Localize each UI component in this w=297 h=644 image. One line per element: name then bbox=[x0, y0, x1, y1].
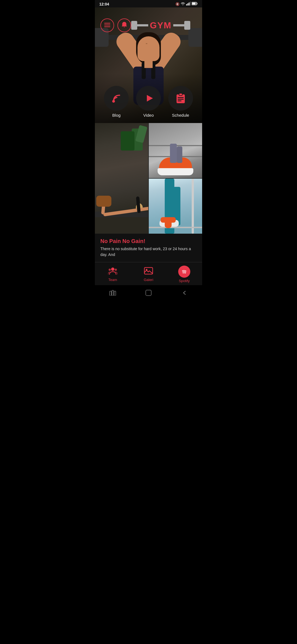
bottom-nav: Team Galeri Spotify bbox=[95, 262, 202, 285]
spotify-icon bbox=[181, 268, 188, 275]
back-button[interactable] bbox=[179, 288, 189, 298]
barbell-right-icon bbox=[173, 21, 190, 30]
svg-rect-12 bbox=[179, 93, 182, 95]
recent-apps-button[interactable] bbox=[108, 288, 118, 298]
svg-rect-25 bbox=[146, 290, 151, 296]
svg-rect-6 bbox=[104, 23, 110, 24]
svg-rect-0 bbox=[186, 4, 187, 6]
svg-rect-2 bbox=[189, 2, 189, 6]
svg-marker-10 bbox=[147, 95, 153, 102]
image-grid bbox=[95, 123, 202, 234]
hero-section: GYM bbox=[95, 7, 202, 123]
svg-rect-14 bbox=[178, 99, 184, 100]
battery-icon bbox=[192, 2, 198, 6]
svg-point-18 bbox=[115, 269, 117, 271]
image-woman-yoga[interactable] bbox=[95, 123, 148, 234]
svg-rect-3 bbox=[190, 2, 191, 6]
svg-rect-15 bbox=[178, 100, 182, 101]
system-nav bbox=[95, 285, 202, 302]
notification-button[interactable] bbox=[117, 18, 131, 32]
quote-title: No Pain No Gain! bbox=[100, 238, 197, 244]
spotify-label: Spotify bbox=[179, 279, 190, 283]
svg-rect-24 bbox=[114, 291, 116, 296]
hamburger-icon bbox=[104, 22, 110, 29]
quote-text: There is no substitute for hard work, 23… bbox=[100, 246, 197, 258]
nav-team[interactable]: Team bbox=[102, 267, 124, 282]
image-shoes-stairs[interactable] bbox=[149, 179, 202, 234]
svg-rect-8 bbox=[104, 26, 110, 27]
status-icons: 🔇 bbox=[175, 2, 198, 6]
mute-icon: 🔇 bbox=[175, 2, 180, 6]
bell-icon bbox=[121, 21, 127, 29]
action-buttons: Blog Video Schedul bbox=[95, 83, 202, 123]
barbell-left-icon bbox=[131, 21, 148, 30]
blog-label: Blog bbox=[112, 113, 120, 118]
menu-button[interactable] bbox=[100, 18, 114, 32]
header-left bbox=[100, 18, 131, 32]
blog-button[interactable]: Blog bbox=[104, 86, 129, 118]
team-label: Team bbox=[108, 278, 117, 282]
quote-section: No Pain No Gain! There is no substitute … bbox=[95, 234, 202, 262]
galeri-label: Galeri bbox=[144, 278, 153, 282]
logo-text: GYM bbox=[150, 20, 172, 31]
signal-icon bbox=[186, 2, 191, 6]
video-label: Video bbox=[143, 113, 154, 118]
schedule-button[interactable]: Schedule bbox=[168, 86, 193, 118]
gallery-icon bbox=[144, 267, 153, 277]
svg-rect-13 bbox=[178, 97, 184, 98]
svg-rect-7 bbox=[104, 24, 110, 25]
video-button[interactable]: Video bbox=[136, 86, 161, 118]
svg-rect-22 bbox=[110, 291, 111, 296]
nav-spotify[interactable]: Spotify bbox=[173, 266, 195, 283]
svg-rect-5 bbox=[192, 3, 196, 5]
svg-point-17 bbox=[109, 269, 111, 271]
home-button[interactable] bbox=[144, 288, 153, 298]
svg-point-16 bbox=[111, 268, 114, 271]
status-bar: 12:04 🔇 bbox=[95, 0, 202, 7]
nav-galeri[interactable]: Galeri bbox=[138, 267, 160, 282]
app-logo: GYM bbox=[131, 20, 190, 31]
header: GYM bbox=[95, 16, 202, 35]
svg-rect-23 bbox=[112, 290, 114, 296]
team-icon bbox=[108, 267, 117, 277]
status-time: 12:04 bbox=[99, 2, 109, 6]
svg-rect-1 bbox=[188, 3, 188, 6]
schedule-label: Schedule bbox=[172, 113, 189, 118]
image-shoes-running[interactable] bbox=[149, 123, 202, 178]
wifi-icon bbox=[181, 2, 185, 6]
